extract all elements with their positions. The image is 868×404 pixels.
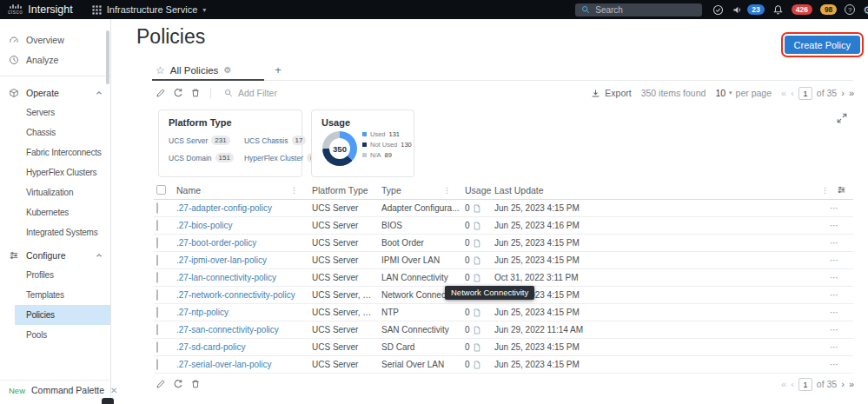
first-page-button[interactable]: « <box>781 89 786 98</box>
chevron-up-icon <box>96 252 103 259</box>
sidebar: Overview Analyze Operate ServersChassisF… <box>0 19 111 404</box>
service-switcher[interactable]: Infrastructure Service ▾ <box>92 4 207 15</box>
row-actions-button[interactable]: ⋯ <box>805 325 853 334</box>
first-page-button[interactable]: « <box>781 380 786 389</box>
tag-count-badge: 231 <box>211 136 229 145</box>
refresh-button[interactable] <box>171 377 185 391</box>
row-checkbox[interactable] <box>156 341 158 353</box>
platform-tag[interactable]: UCS Chassis 17 <box>244 136 317 145</box>
sidebar-item[interactable]: HyperFlex Clusters <box>0 162 110 182</box>
refresh-button[interactable] <box>171 86 185 100</box>
apps-grid-icon <box>92 5 102 15</box>
announcements-icon[interactable] <box>732 4 743 16</box>
policy-name-link[interactable]: .27-ntp-policy <box>176 308 312 317</box>
create-policy-button[interactable]: Create Policy <box>785 36 860 54</box>
row-checkbox[interactable] <box>156 359 158 370</box>
current-page-input[interactable]: 1 <box>798 87 812 100</box>
row-actions-button[interactable]: ⋯ <box>805 221 853 230</box>
last-page-button[interactable]: » <box>849 89 854 98</box>
policy-name-link[interactable]: .27-san-connectivity-policy <box>176 325 312 334</box>
policy-name-link[interactable]: .27-network-connectivity-policy <box>176 290 312 300</box>
sidebar-section-configure[interactable]: Configure <box>0 245 110 265</box>
policy-name-link[interactable]: .27-lan-connectivity-policy <box>176 273 312 282</box>
row-checkbox[interactable] <box>156 307 158 318</box>
last-page-button[interactable]: » <box>849 380 854 389</box>
sidebar-item[interactable]: Kubernetes <box>0 202 110 222</box>
sidebar-item[interactable]: Servers <box>0 103 110 123</box>
command-palette-bar[interactable]: New Command Palette ✕ <box>0 380 110 400</box>
platform-tag[interactable]: UCS Domain 151 <box>169 153 234 162</box>
table-menu-icon[interactable]: ⋮ <box>821 186 829 195</box>
delete-button[interactable] <box>189 86 202 100</box>
critical-alarms-badge[interactable]: 426 <box>792 4 812 15</box>
sidebar-item[interactable]: Profiles <box>0 265 110 285</box>
row-checkbox[interactable] <box>156 202 158 214</box>
sidebar-section-operate[interactable]: Operate <box>0 83 110 103</box>
platform-tag[interactable]: UCS Server 231 <box>169 136 234 145</box>
row-actions-button[interactable]: ⋯ <box>805 360 853 369</box>
system-status-icon[interactable] <box>712 4 724 16</box>
help-icon[interactable]: ? <box>845 4 855 15</box>
current-page-input[interactable]: 1 <box>798 378 812 391</box>
table-row: .27-san-connectivity-policy UCS Server S… <box>154 321 853 339</box>
next-page-button[interactable]: › <box>841 380 845 389</box>
view-settings-gear-icon[interactable]: ⚙ <box>223 66 231 75</box>
policy-name-link[interactable]: .27-ipmi-over-lan-policy <box>176 255 312 265</box>
add-filter-input[interactable]: Add Filter <box>224 88 277 98</box>
policy-name-link[interactable]: .27-boot-order-policy <box>176 238 312 248</box>
sidebar-item[interactable]: Integrated Systems <box>0 222 110 242</box>
tab-all-policies[interactable]: ☆ All Policies ⚙ <box>152 65 264 81</box>
row-checkbox[interactable] <box>156 237 158 248</box>
row-checkbox[interactable] <box>156 324 158 335</box>
prev-page-button[interactable]: ‹ <box>791 380 794 389</box>
policy-name-link[interactable]: .27-serial-over-lan-policy <box>176 360 312 369</box>
announcements-badge[interactable]: 23 <box>747 4 764 15</box>
expand-widgets-icon[interactable] <box>837 113 847 123</box>
global-search-input[interactable]: Search <box>575 3 702 17</box>
close-icon[interactable]: ✕ <box>110 386 117 395</box>
policy-name-link[interactable]: .27-bios-policy <box>176 221 312 230</box>
column-settings-icon[interactable] <box>837 185 846 195</box>
add-view-button[interactable]: + <box>275 64 282 80</box>
next-page-button[interactable]: › <box>841 89 845 98</box>
notifications-bell-icon[interactable] <box>772 4 784 16</box>
command-palette-label: Command Palette <box>31 385 104 395</box>
edit-button[interactable] <box>154 86 168 100</box>
delete-button[interactable] <box>189 377 202 391</box>
edit-button[interactable] <box>154 377 168 391</box>
row-checkbox[interactable] <box>156 220 158 231</box>
select-all-checkbox[interactable] <box>156 185 166 195</box>
prev-page-button[interactable]: ‹ <box>791 89 794 98</box>
sidebar-item[interactable]: Policies <box>15 305 110 325</box>
row-actions-button[interactable]: ⋯ <box>805 290 853 300</box>
settings-gear-icon[interactable]: ⚙ <box>863 3 868 17</box>
row-checkbox[interactable] <box>156 255 158 266</box>
row-checkbox[interactable] <box>156 272 158 283</box>
sidebar-item[interactable]: Templates <box>0 285 110 305</box>
favorite-star-icon[interactable]: ☆ <box>156 65 165 76</box>
sidebar-item-analyze[interactable]: Analyze <box>0 50 110 70</box>
warning-alarms-badge[interactable]: 98 <box>820 4 837 15</box>
export-button[interactable]: Export <box>591 88 631 98</box>
sidebar-item[interactable]: Pools <box>0 325 110 345</box>
row-actions-button[interactable]: ⋯ <box>805 255 853 265</box>
row-actions-button[interactable]: ⋯ <box>805 203 853 213</box>
sidebar-scrollbar[interactable] <box>106 30 109 84</box>
floating-widget-cut[interactable] <box>102 398 114 404</box>
table-row: .27-lan-connectivity-policy UCS Server L… <box>154 269 853 287</box>
policy-name-link[interactable]: .27-sd-card-policy <box>176 342 312 352</box>
per-page-select[interactable]: 10 ▾ per page <box>715 88 772 98</box>
row-actions-button[interactable]: ⋯ <box>805 342 853 352</box>
name-column-menu-icon[interactable]: ⋮ <box>290 186 298 195</box>
row-actions-button[interactable]: ⋯ <box>805 308 853 317</box>
sidebar-item-overview[interactable]: Overview <box>0 30 110 50</box>
sidebar-item[interactable]: Chassis <box>0 123 110 142</box>
sidebar-item[interactable]: Fabric Interconnects <box>0 142 110 162</box>
type-column-menu-icon[interactable]: ⋮ <box>443 186 451 195</box>
policy-name-link[interactable]: .27-adapter-config-policy <box>176 203 312 213</box>
row-actions-button[interactable]: ⋯ <box>805 273 853 282</box>
row-actions-button[interactable]: ⋯ <box>805 238 853 248</box>
sidebar-item[interactable]: Virtualization <box>0 182 110 202</box>
platform-tag[interactable]: HyperFlex Cluster 8 <box>244 153 317 162</box>
row-checkbox[interactable] <box>156 289 158 301</box>
